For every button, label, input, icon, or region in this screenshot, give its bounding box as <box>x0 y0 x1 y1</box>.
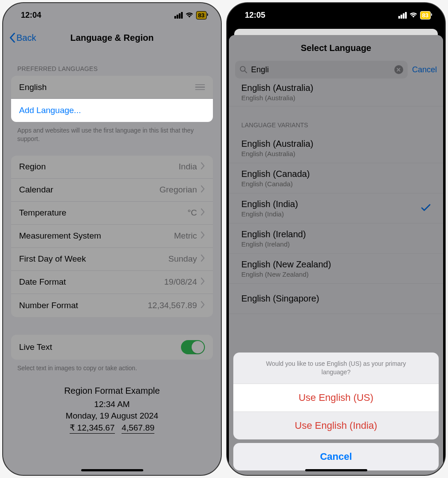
live-text-group: Live Text <box>11 335 213 360</box>
language-row-english[interactable]: English <box>11 76 213 99</box>
chevron-right-icon <box>200 231 205 241</box>
action-sheet-cancel-button[interactable]: Cancel <box>233 443 439 470</box>
preferred-languages-header: PREFERRED LANGUAGES <box>3 48 221 76</box>
search-row: ✕ Cancel <box>229 61 443 81</box>
action-sheet-group: Would you like to use English (US) as yo… <box>233 353 439 439</box>
add-language-row[interactable]: Add Language... <box>11 99 213 122</box>
live-text-row[interactable]: Live Text <box>11 335 213 360</box>
status-time: 12:05 <box>245 11 265 20</box>
home-indicator[interactable] <box>81 469 143 471</box>
home-indicator[interactable] <box>305 469 367 471</box>
battery-indicator: 83 <box>420 11 431 20</box>
region-settings-group: Region India Calendar Gregorian Temperat… <box>11 156 213 317</box>
add-language-label: Add Language... <box>19 106 81 115</box>
list-item[interactable]: English (Australia)English (Australia) <box>229 133 443 163</box>
list-item[interactable]: English (Singapore) <box>229 284 443 314</box>
status-right: 83 <box>398 11 431 20</box>
region-format-example: Region Format Example 12:34 AM Monday, 1… <box>3 372 221 434</box>
chevron-left-icon <box>9 33 16 43</box>
example-numbers: ₹ 12,345.67 4,567.89 <box>3 423 221 434</box>
number-format-row[interactable]: Number Format 12,34,567.89 <box>11 294 213 317</box>
select-language-sheet: Select Language ✕ Cancel English (Austra… <box>229 35 443 475</box>
list-item[interactable]: English (India)English (India) <box>229 193 443 223</box>
cellular-icon <box>398 12 407 19</box>
chevron-right-icon <box>200 277 205 287</box>
first-day-row[interactable]: First Day of Week Sunday <box>11 248 213 271</box>
chevron-right-icon <box>200 185 205 195</box>
back-label: Back <box>16 33 36 43</box>
nav-bar: Back Language & Region <box>3 27 221 48</box>
status-right: 83 <box>174 11 207 20</box>
live-text-footer: Select text in images to copy or take ac… <box>3 360 221 372</box>
chevron-right-icon <box>200 254 205 264</box>
region-row[interactable]: Region India <box>11 156 213 179</box>
search-field[interactable]: ✕ <box>235 61 408 78</box>
right-phone: 12:05 83 Select Language ✕ Cancel <box>226 2 446 476</box>
checkmark-icon <box>421 204 431 213</box>
action-sheet-message: Would you like to use English (US) as yo… <box>233 353 439 384</box>
date-format-row[interactable]: Date Format 19/08/24 <box>11 271 213 294</box>
list-item[interactable]: English (Australia) English (Australia) <box>229 83 443 106</box>
action-sheet: Would you like to use English (US) as yo… <box>233 353 439 470</box>
select-language-screen: 12:05 83 Select Language ✕ Cancel <box>227 3 445 475</box>
temperature-row[interactable]: Temperature °C <box>11 202 213 225</box>
search-input[interactable] <box>251 65 391 74</box>
list-item[interactable]: English (Canada)English (Canada) <box>229 163 443 193</box>
language-name: English <box>19 82 47 92</box>
drag-handle-icon[interactable] <box>195 84 205 90</box>
wifi-icon <box>185 12 193 18</box>
chevron-right-icon <box>200 301 205 310</box>
status-bar: 12:04 83 <box>3 3 221 27</box>
back-button[interactable]: Back <box>9 33 36 43</box>
live-text-toggle[interactable] <box>181 340 205 354</box>
cancel-search-button[interactable]: Cancel <box>412 65 437 74</box>
wifi-icon <box>409 12 417 18</box>
calendar-row[interactable]: Calendar Gregorian <box>11 179 213 202</box>
example-date: Monday, 19 August 2024 <box>3 411 221 421</box>
cellular-icon <box>174 12 183 19</box>
status-bar: 12:05 83 <box>227 3 445 27</box>
use-english-us-button[interactable]: Use English (US) <box>233 384 439 412</box>
chevron-right-icon <box>200 208 205 218</box>
svg-point-0 <box>240 67 245 71</box>
sheet-title: Select Language <box>229 35 443 61</box>
language-region-screen: 12:04 83 Back Language & Region PREFERRE… <box>3 3 221 475</box>
svg-line-1 <box>245 71 247 73</box>
measurement-row[interactable]: Measurement System Metric <box>11 225 213 248</box>
example-title: Region Format Example <box>3 386 221 396</box>
variants-header: LANGUAGE VARIANTS <box>229 106 443 133</box>
battery-indicator: 83 <box>196 11 207 20</box>
left-phone: 12:04 83 Back Language & Region PREFERRE… <box>2 2 222 476</box>
status-time: 12:04 <box>21 11 41 20</box>
list-item[interactable]: English (Ireland)English (Ireland) <box>229 223 443 254</box>
chevron-right-icon <box>200 162 205 172</box>
preferred-languages-footer: Apps and websites will use the first lan… <box>3 122 221 143</box>
clear-search-button[interactable]: ✕ <box>394 65 403 74</box>
list-item[interactable]: English (New Zealand)English (New Zealan… <box>229 254 443 284</box>
example-time: 12:34 AM <box>3 400 221 409</box>
search-icon <box>240 66 248 74</box>
use-english-india-button[interactable]: Use English (India) <box>233 412 439 439</box>
preferred-languages-group: English Add Language... <box>11 76 213 122</box>
